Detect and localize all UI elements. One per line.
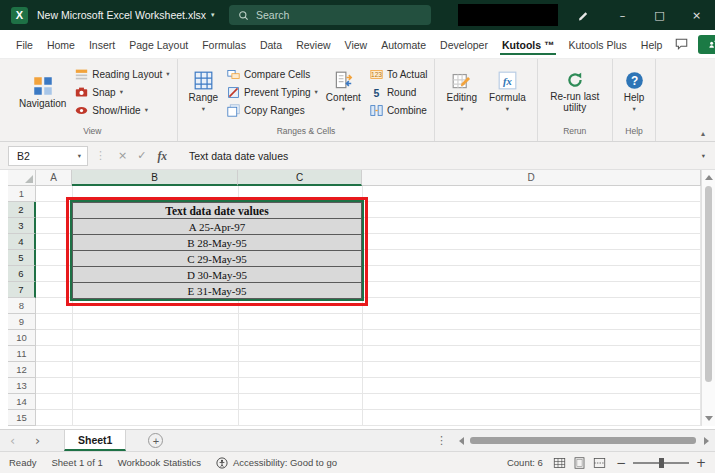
minimize-button[interactable]: – <box>604 0 641 30</box>
share-button[interactable] <box>698 35 715 54</box>
snap-button[interactable]: Snap ▾ <box>75 86 169 99</box>
zoom-out-button[interactable]: − <box>616 456 626 470</box>
row-header-2[interactable]: 2 <box>8 202 36 218</box>
accessibility-icon <box>216 457 228 469</box>
close-button[interactable]: × <box>678 0 715 30</box>
cell-row-6[interactable]: D 30-May-95 <box>73 267 361 283</box>
round-button[interactable]: 5 Round <box>370 86 428 99</box>
zoom-in-button[interactable]: + <box>696 456 706 470</box>
page-break-view-icon[interactable] <box>593 457 606 469</box>
copy-ranges-button[interactable]: Copy Ranges <box>227 104 318 117</box>
sheet-tab-sheet1[interactable]: Sheet1 <box>64 430 126 451</box>
to-actual-button[interactable]: 123 To Actual <box>370 68 428 81</box>
collapse-ribbon-icon[interactable]: ▴ <box>701 129 705 138</box>
new-sheet-button[interactable]: + <box>148 433 163 448</box>
page-layout-view-icon[interactable] <box>573 457 586 469</box>
next-sheet-icon[interactable]: › <box>25 431 50 451</box>
prevent-typing-button[interactable]: Prevent Typing ▾ <box>227 86 318 99</box>
scroll-up-icon[interactable] <box>705 175 713 180</box>
content-button[interactable]: Content ▾ <box>320 69 367 115</box>
row-header-3[interactable]: 3 <box>8 218 36 234</box>
combine-button[interactable]: Combine <box>370 104 428 117</box>
maximize-button[interactable]: □ <box>641 0 678 30</box>
tab-insert[interactable]: Insert <box>87 34 117 55</box>
cell-row-4[interactable]: B 28-May-95 <box>73 235 361 251</box>
scroll-right-icon[interactable] <box>704 437 709 445</box>
column-header-a[interactable]: A <box>36 170 72 186</box>
vertical-scroll-thumb[interactable] <box>705 186 712 382</box>
row-header-10[interactable]: 10 <box>8 330 36 346</box>
column-header-c[interactable]: C <box>238 170 362 186</box>
chevron-down-icon: ▾ <box>78 152 81 160</box>
editing-button[interactable]: Editing ▾ <box>440 69 483 115</box>
cancel-entry-icon[interactable]: × <box>118 149 127 162</box>
help-button[interactable]: ? Help ▾ <box>618 69 651 115</box>
row-header-4[interactable]: 4 <box>8 234 36 250</box>
horizontal-scroll-track[interactable] <box>468 435 700 446</box>
tab-page-layout[interactable]: Page Layout <box>127 34 190 55</box>
accessibility-status[interactable]: Accessibility: Good to go <box>216 457 337 469</box>
sheet-options-dots-icon[interactable]: ⋮ <box>436 434 447 447</box>
draw-pen-button[interactable] <box>568 0 598 30</box>
compare-cells-button[interactable]: Compare Cells <box>227 68 318 81</box>
row-header-9[interactable]: 9 <box>8 314 36 330</box>
cell-row-7[interactable]: E 31-May-95 <box>73 283 361 299</box>
horizontal-scroll-thumb[interactable] <box>470 437 696 444</box>
tab-formulas[interactable]: Formulas <box>200 34 248 55</box>
column-header-d[interactable]: D <box>362 170 701 186</box>
tab-file[interactable]: File <box>14 34 35 55</box>
cell-row-3[interactable]: A 25-Apr-97 <box>73 219 361 235</box>
tab-help[interactable]: Help <box>639 34 665 55</box>
range-button[interactable]: Range ▾ <box>183 69 224 115</box>
navigation-button[interactable]: Navigation <box>13 74 72 111</box>
column-header-b[interactable]: B <box>72 170 238 186</box>
data-range-b2-c7[interactable]: Text data date valuesA 25-Apr-97B 28-May… <box>72 202 362 299</box>
vertical-scrollbar[interactable] <box>701 170 715 426</box>
show-hide-button[interactable]: Show/Hide ▾ <box>75 104 169 117</box>
tab-data[interactable]: Data <box>258 34 284 55</box>
scroll-left-icon[interactable] <box>459 437 464 445</box>
insert-function-icon[interactable]: fx <box>157 150 167 162</box>
content-icon <box>334 71 353 90</box>
row-header-12[interactable]: 12 <box>8 362 36 378</box>
formula-bar-value[interactable]: Text data date values <box>189 150 288 162</box>
reading-layout-button[interactable]: Reading Layout ▾ <box>75 68 169 81</box>
search-input[interactable]: Search <box>229 5 431 25</box>
row-header-1[interactable]: 1 <box>8 186 36 202</box>
horizontal-scrollbar[interactable] <box>459 435 709 446</box>
comments-icon[interactable] <box>674 37 689 51</box>
tab-view[interactable]: View <box>343 34 370 55</box>
ribbon-group-view: Navigation Reading Layout ▾ Sna <box>8 59 178 141</box>
tab-kutools-plus[interactable]: Kutools Plus <box>566 34 628 55</box>
row-header-14[interactable]: 14 <box>8 394 36 410</box>
tab-automate[interactable]: Automate <box>379 34 428 55</box>
svg-text:5: 5 <box>373 86 379 98</box>
tab-review[interactable]: Review <box>294 34 332 55</box>
row-header-8[interactable]: 8 <box>8 298 36 314</box>
rerun-last-utility-button[interactable]: Re-run last utility <box>543 69 607 115</box>
row-header-13[interactable]: 13 <box>8 378 36 394</box>
previous-sheet-icon[interactable]: ‹ <box>0 431 25 451</box>
zoom-slider[interactable] <box>633 462 689 464</box>
document-title[interactable]: New Microsoft Excel Worksheet.xlsx ▾ <box>37 9 215 21</box>
expand-formula-bar-icon[interactable]: ▾ <box>702 152 705 160</box>
formula-button[interactable]: fx Formula ▾ <box>483 69 532 115</box>
cell-b2-title[interactable]: Text data date values <box>73 203 361 219</box>
tab-developer[interactable]: Developer <box>438 34 490 55</box>
row-header-15[interactable]: 15 <box>8 410 36 426</box>
row-header-11[interactable]: 11 <box>8 346 36 362</box>
cell-area[interactable]: Text data date valuesA 25-Apr-97B 28-May… <box>36 186 701 426</box>
scroll-down-icon[interactable] <box>705 416 713 421</box>
tab-kutools[interactable]: Kutools ™ <box>500 34 557 55</box>
normal-view-icon[interactable] <box>553 457 566 469</box>
row-header-5[interactable]: 5 <box>8 250 36 266</box>
row-header-7[interactable]: 7 <box>8 282 36 298</box>
cell-row-5[interactable]: C 29-May-95 <box>73 251 361 267</box>
confirm-entry-icon[interactable]: ✓ <box>137 149 146 162</box>
tab-home[interactable]: Home <box>45 34 77 55</box>
select-all-corner[interactable] <box>8 170 36 186</box>
zoom-slider-thumb[interactable] <box>659 458 664 468</box>
row-header-6[interactable]: 6 <box>8 266 36 282</box>
workbook-statistics-button[interactable]: Workbook Statistics <box>118 457 201 468</box>
name-box[interactable]: B2 ▾ <box>8 146 88 166</box>
